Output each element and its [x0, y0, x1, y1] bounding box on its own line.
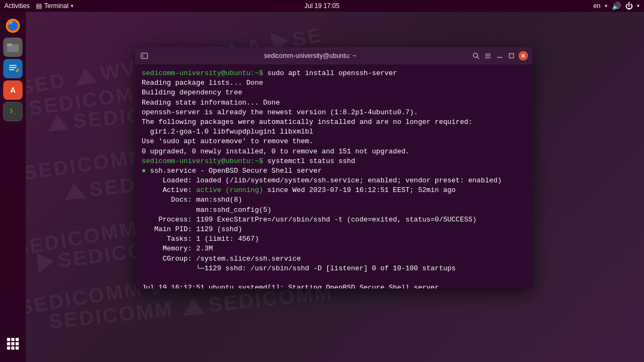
dock-icon-firefox[interactable] — [3, 16, 23, 35]
svg-text:A: A — [10, 86, 16, 94]
terminal-line-6: The following packages were automaticall… — [142, 117, 526, 127]
svg-point-14 — [473, 53, 478, 57]
svg-rect-7 — [9, 69, 14, 70]
terminal-title-icon: $ — [140, 51, 149, 61]
terminal-line-7: gir1.2-goa-1.0 libfwupdplugin1 libxmlbl — [142, 127, 526, 137]
dock-icon-writer[interactable] — [3, 59, 23, 78]
terminal-line-2: Reading package lists... Done — [142, 78, 526, 88]
dropdown-arrow-system: ▾ — [637, 3, 640, 9]
top-bar-datetime: Jul 19 17:05 — [304, 2, 339, 10]
terminal-line-20: CGroup: /system.slice/ssh.service — [142, 254, 526, 264]
dock-icon-files[interactable] — [3, 38, 23, 57]
terminal-line-12: Loaded: loaded (/lib/systemd/system/ssh.… — [142, 176, 526, 186]
menu-button[interactable] — [483, 51, 493, 61]
close-button[interactable] — [518, 51, 528, 61]
terminal-line-19: Memory: 2.3M — [142, 244, 526, 254]
terminal-line-11: ● ssh.service - OpenBSD Secure Shell ser… — [142, 166, 526, 176]
svg-rect-17 — [485, 56, 491, 57]
grid-dots-icon — [7, 338, 19, 350]
terminal-body[interactable]: sedicomm-university@ubuntu:~$ sudo apt i… — [135, 64, 532, 289]
svg-line-15 — [477, 57, 479, 59]
search-button[interactable] — [471, 51, 481, 61]
terminal-line-13: Active: active (running) since Wed 2023-… — [142, 186, 526, 195]
svg-rect-6 — [9, 67, 17, 68]
terminal-line-10: sedicomm-university@ubuntu:~$ systemctl … — [142, 157, 526, 166]
maximize-button[interactable] — [507, 51, 516, 61]
terminal-title: sedicomm-university@ubuntu: ~ — [152, 52, 468, 60]
minimize-button[interactable] — [495, 51, 504, 61]
svg-rect-3 — [7, 43, 12, 46]
terminal-line-23: Jul 19 16:12:51 ubuntu systemd[1]: Start… — [142, 283, 526, 289]
terminal-line-9: 0 upgraded, 0 newly installed, 0 to remo… — [142, 147, 526, 157]
svg-text:$_: $_ — [10, 108, 17, 114]
terminal-menu[interactable]: ▤ Terminal ▾ — [36, 2, 73, 10]
activities-button[interactable]: Activities — [4, 2, 30, 10]
dropdown-arrow-lang: ▾ — [605, 3, 608, 9]
terminal-line-5: openssh-server is already the newest ver… — [142, 108, 526, 117]
terminal-line-3: Building dependency tree — [142, 88, 526, 98]
top-bar-left: Activities ▤ Terminal ▾ — [4, 2, 74, 10]
show-apps-button[interactable] — [3, 334, 23, 353]
terminal-icon: ▤ — [36, 2, 42, 10]
active-status: active (running) — [196, 186, 263, 194]
terminal-line-16: Process: 1109 ExecStartPre=/usr/sbin/ssh… — [142, 215, 526, 225]
svg-rect-20 — [509, 54, 514, 58]
terminal-line-8: Use 'sudo apt autoremove' to remove them… — [142, 137, 526, 146]
svg-rect-16 — [485, 54, 491, 55]
svg-text:$: $ — [142, 54, 144, 57]
terminal-line-22 — [142, 274, 526, 283]
terminal-window: $ sedicomm-university@ubuntu: ~ — [135, 47, 532, 289]
svg-rect-18 — [485, 57, 491, 58]
top-bar-right: en ▾ 🔊 ⏻ ▾ — [594, 2, 640, 10]
speaker-icon[interactable]: 🔊 — [612, 2, 621, 10]
lang-indicator[interactable]: en — [594, 2, 601, 10]
svg-rect-5 — [9, 65, 17, 66]
terminal-line-18: Tasks: 1 (limit: 4567) — [142, 234, 526, 244]
dock-icon-appstore[interactable]: A — [3, 80, 23, 100]
svg-rect-4 — [8, 62, 18, 75]
top-bar: Activities ▤ Terminal ▾ Jul 19 17:05 en … — [0, 0, 644, 12]
terminal-line-4: Reading state information... Done — [142, 98, 526, 108]
dock-icon-terminal[interactable]: $_ — [3, 102, 23, 121]
terminal-titlebar: $ sedicomm-university@ubuntu: ~ — [135, 47, 532, 64]
left-dock: A $_ — [0, 12, 26, 362]
terminal-line-15: man:sshd_config(5) — [142, 205, 526, 215]
terminal-line-21: └─1129 sshd: /usr/sbin/sshd -D [listener… — [142, 264, 526, 274]
titlebar-controls — [471, 51, 528, 61]
terminal-line-14: Docs: man:sshd(8) — [142, 195, 526, 205]
terminal-line-1: sedicomm-university@ubuntu:~$ sudo apt i… — [142, 69, 526, 78]
power-icon[interactable]: ⏻ — [625, 2, 633, 10]
terminal-line-17: Main PID: 1129 (sshd) — [142, 225, 526, 234]
